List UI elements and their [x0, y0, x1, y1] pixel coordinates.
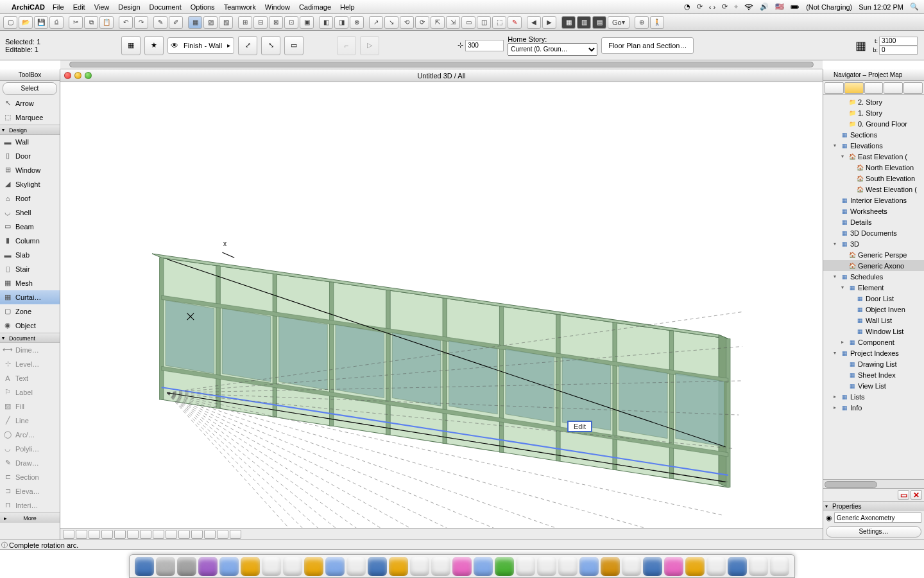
nav-14[interactable] [230, 530, 241, 539]
tool-h[interactable]: ⊠ [269, 16, 283, 29]
tool-t[interactable]: ▭ [461, 16, 475, 29]
construct-2[interactable]: ▷ [360, 36, 379, 55]
dock-app-7[interactable] [283, 557, 302, 576]
nav-node[interactable]: ▦Wall List [823, 315, 924, 326]
go-button[interactable]: Go ▾ [608, 16, 629, 29]
geometry-2[interactable]: ⤡ [261, 36, 280, 55]
zoom-icon[interactable] [85, 72, 92, 79]
tool-section[interactable]: ⊏Section [0, 470, 60, 484]
tool-stair[interactable]: ⌷Stair [0, 262, 60, 276]
dock-app-22[interactable] [601, 557, 620, 576]
minimize-icon[interactable] [74, 72, 81, 79]
dock-app-23[interactable] [622, 557, 641, 576]
nav-node[interactable]: ▦3D Documents [823, 227, 924, 238]
geometry-3[interactable]: ▭ [284, 36, 304, 55]
nav-tab-1[interactable] [825, 82, 844, 94]
nav-node[interactable]: ▦Sections [823, 129, 924, 140]
dock-app-8[interactable] [304, 557, 323, 576]
navigator-hscroll[interactable] [823, 479, 924, 488]
prev-button[interactable]: ◀ [527, 16, 541, 29]
nav-node[interactable]: ▾🏠East Elevation ( [823, 151, 924, 162]
tool-column[interactable]: ▮Column [0, 234, 60, 248]
tool-eleva[interactable]: ⊐Eleva… [0, 484, 60, 498]
nav-delete[interactable]: ✕ [911, 490, 922, 500]
favorites-button[interactable]: ★ [144, 36, 164, 55]
wifi-icon[interactable] [744, 3, 753, 12]
tool-e[interactable]: ▧ [219, 16, 233, 29]
next-button[interactable]: ▶ [542, 16, 556, 29]
tool-door[interactable]: ▯Door [0, 149, 60, 163]
dock-app-13[interactable] [410, 557, 429, 576]
tool-y[interactable]: 🚶 [650, 16, 664, 29]
sync2-icon[interactable]: ⟳ [722, 3, 728, 11]
nav-1[interactable] [63, 530, 74, 539]
tool-dime[interactable]: ⟷Dime… [0, 343, 60, 357]
code-icon[interactable]: ‹ › [709, 3, 715, 11]
tool-x[interactable]: ⊕ [635, 16, 649, 29]
menu-teamwork[interactable]: Teamwork [224, 3, 256, 11]
prop-name-input[interactable] [834, 512, 921, 523]
design-header[interactable]: Design [0, 125, 60, 135]
battery-icon[interactable] [791, 3, 800, 12]
dock-app-27[interactable] [706, 557, 726, 576]
dock-app-4[interactable] [219, 557, 239, 576]
dock-app-24[interactable] [643, 557, 662, 576]
nav-12[interactable] [204, 530, 216, 539]
b-input[interactable] [879, 46, 918, 55]
nav-5[interactable] [114, 530, 126, 539]
nav-action-1[interactable]: ▭ [898, 490, 909, 500]
volume-icon[interactable]: 🔊 [760, 3, 769, 11]
nav-node[interactable]: 🏠Generic Axono [823, 260, 924, 271]
menu-help[interactable]: Help [340, 3, 355, 11]
nav-9[interactable] [166, 530, 177, 539]
properties-header[interactable]: Properties [823, 501, 924, 511]
tool-mesh[interactable]: ▦Mesh [0, 276, 60, 290]
open-button[interactable]: 📂 [19, 16, 33, 29]
nav-node[interactable]: ▦Details [823, 216, 924, 227]
dock-app-12[interactable] [389, 557, 408, 576]
geometry-1[interactable]: ⤢ [238, 36, 257, 55]
dock-app-28[interactable] [728, 557, 747, 576]
tool-r[interactable]: ⇱ [431, 16, 445, 29]
nav-4[interactable] [101, 530, 113, 539]
nav-node[interactable]: ▦Worksheets [823, 206, 924, 216]
tool-wall[interactable]: ▬Wall [0, 135, 60, 149]
dock-app-5[interactable] [241, 557, 260, 576]
tool-m[interactable]: ⊗ [350, 16, 364, 29]
dock-app-17[interactable] [495, 557, 514, 576]
nav-node[interactable]: 📁0. Ground Floor [823, 118, 924, 129]
nav-node[interactable]: ▦Door List [823, 293, 924, 304]
save-button[interactable]: 💾 [34, 16, 48, 29]
settings-button-nav[interactable]: Settings… [826, 526, 921, 538]
tool-b[interactable]: ✐ [169, 16, 183, 29]
flag-icon[interactable]: 🇺🇸 [775, 3, 784, 11]
tool-s[interactable]: ⇲ [446, 16, 460, 29]
toolbox-more[interactable]: More [0, 512, 60, 523]
home-story-select[interactable]: Current (0. Groun… [508, 43, 597, 56]
dock-app-18[interactable] [516, 557, 535, 576]
dock-app-16[interactable] [474, 557, 493, 576]
tool-object[interactable]: ◉Object [0, 319, 60, 333]
nav-node[interactable]: 🏠Generic Perspe [823, 249, 924, 260]
canvas-top-scroll[interactable] [60, 60, 823, 69]
nav-node[interactable]: ▦Window List [823, 326, 924, 337]
tool-level[interactable]: ⊹Level… [0, 357, 60, 371]
tool-draw[interactable]: ✎Draw… [0, 456, 60, 470]
redo-button[interactable]: ↷ [134, 16, 148, 29]
nav-10[interactable] [178, 530, 190, 539]
tool-i[interactable]: ⊡ [284, 16, 298, 29]
nav-node[interactable]: 🏠North Elevation [823, 162, 924, 173]
dock-app-9[interactable] [325, 557, 345, 576]
app-name[interactable]: ArchiCAD [12, 3, 45, 11]
dock-app-25[interactable] [664, 557, 683, 576]
tool-arrow[interactable]: ↖Arrow [0, 96, 60, 110]
coord-input[interactable] [465, 40, 504, 51]
layer-select[interactable]: Finish - Wall [167, 37, 234, 54]
tool-text[interactable]: AText [0, 371, 60, 385]
tool-slab[interactable]: ▬Slab [0, 248, 60, 262]
dock-app-3[interactable] [198, 557, 218, 576]
nav-node[interactable]: 🏠West Elevation ( [823, 184, 924, 195]
nav-node[interactable]: ▦Sheet Index [823, 369, 924, 380]
dock-app-19[interactable] [537, 557, 556, 576]
menu-file[interactable]: File [53, 3, 64, 11]
